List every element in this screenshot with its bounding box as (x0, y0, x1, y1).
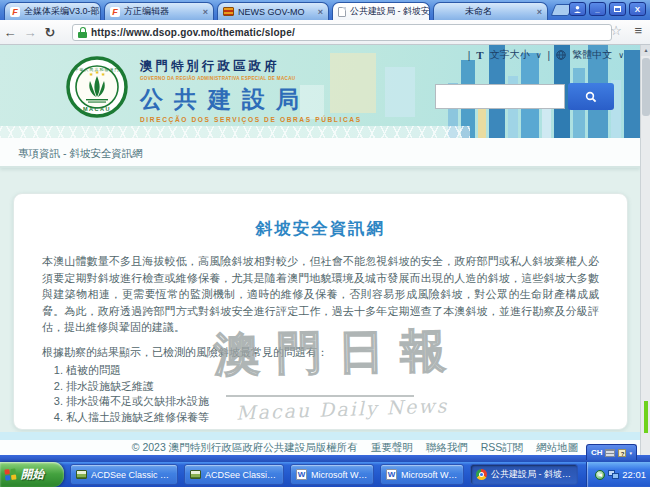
address-bar[interactable]: https://www.dsop.gov.mo/thematic/slope/ (72, 24, 612, 41)
search-icon (585, 91, 597, 103)
taskbar: 開始 ACDSee Classic - MAIL ACDSee Classic … (0, 462, 650, 487)
footer-link-disclaimer[interactable]: 重要聲明 (371, 441, 413, 455)
tab-label: 方正编辑器 (124, 5, 169, 18)
svg-text:★: ★ (95, 69, 100, 75)
screen: F 全媒体采编V3.0-部门 × F 方正编辑器 × NEWS GOV-MO ×… (0, 0, 650, 487)
tray-back-icon[interactable]: ◄ (595, 470, 605, 480)
ime-help-icon[interactable]: ? (618, 449, 626, 457)
system-tray: ◄ 22:01 (586, 462, 650, 487)
tab-label: 公共建設局 - 斜坡安 (350, 5, 430, 18)
content-card: 斜坡安全資訊網 本澳山體數量不多且海拔較低，高風險斜坡相對較少，但社會不能忽視斜… (13, 193, 628, 430)
search-button[interactable] (568, 83, 614, 110)
tab-founder-editor[interactable]: F 方正编辑器 × (104, 2, 214, 20)
paragraph-findings: 根據勘察的結果顯示，已檢測的風險斜坡最常見的問題有： (42, 344, 599, 361)
list-item: 植被的問題 (66, 363, 599, 379)
scrollbar-thumb[interactable] (642, 58, 650, 116)
minimize-button[interactable]: _ (589, 2, 606, 16)
site-header-banner: 中華人民共和國澳門 ★★★ MACAU 澳門特別行政區政府 GOVERNO DA… (0, 45, 640, 138)
founder-icon: F (10, 7, 20, 17)
scroll-up-icon[interactable]: ▲ (641, 45, 650, 56)
bureau-subtitle: DIRECÇÃO DOS SERVIÇOS DE OBRAS PÚBLICAS (140, 116, 362, 123)
gov-subtitle: GOVERNO DA REGIÃO ADMINISTRATIVA ESPECIA… (140, 76, 362, 81)
taskbar-clock[interactable]: 22:01 (622, 469, 646, 480)
tab-label: 未命名 (465, 5, 492, 18)
tab-media-editor[interactable]: F 全媒体采编V3.0-部门 × (4, 2, 101, 20)
word-icon: W (296, 469, 307, 480)
person-icon (573, 5, 582, 14)
search-input[interactable] (435, 84, 565, 109)
footer-link-contact[interactable]: 聯絡我們 (426, 441, 468, 455)
green-highlight-mark (644, 401, 648, 433)
footer-link-rss[interactable]: RSS訂閱 (481, 441, 524, 455)
globe-icon (556, 50, 566, 60)
keyboard-icon[interactable] (605, 449, 615, 457)
tab-untitled[interactable]: 未命名 × (433, 2, 548, 20)
acdsee-icon (76, 470, 87, 479)
tab-close-icon[interactable]: × (537, 7, 542, 17)
svg-text:★: ★ (101, 71, 106, 77)
chrome-icon (476, 469, 487, 480)
taskbar-item-dsop-browser[interactable]: 公共建設局 - 斜坡安... (470, 464, 578, 485)
bureau-title: 公共建設局 (140, 84, 362, 115)
windows-flag-icon (4, 468, 17, 481)
restore-button[interactable] (609, 2, 626, 16)
paragraph-intro: 本澳山體數量不多且海拔較低，高風險斜坡相對較少，但社會不能忽視斜坡的安全，政府部… (42, 253, 599, 336)
ime-language-label[interactable]: CH (591, 448, 603, 457)
browser-toolbar: ← → ↻ https://www.dsop.gov.mo/thematic/s… (0, 20, 650, 45)
bookmark-star-icon[interactable]: ☆ (610, 23, 622, 38)
language-selector[interactable]: 繁體中文 (572, 48, 612, 62)
svg-text:MACAU: MACAU (83, 106, 111, 112)
ime-language-bar[interactable]: CH ? ▾ (586, 444, 637, 460)
back-icon[interactable]: ← (0, 25, 20, 40)
taskbar-item-word-1[interactable]: W Microsoft Word (290, 464, 374, 485)
tab-dsop-slope[interactable]: 公共建設局 - 斜坡安 × (332, 2, 430, 20)
tab-label: NEWS GOV-MO (238, 7, 305, 17)
tab-news-gov-mo[interactable]: NEWS GOV-MO × (217, 2, 329, 20)
list-item: 私人擋土設施缺乏維修保養等 (66, 410, 599, 426)
reload-icon[interactable]: ↻ (40, 25, 60, 40)
site-footer: © 2023 澳門特別行政區政府公共建設局版權所有 重要聲明 聯絡我們 RSS訂… (0, 440, 640, 455)
gov-title: 澳門特別行政區政府 (140, 58, 362, 75)
site-identity: 澳門特別行政區政府 GOVERNO DA REGIÃO ADMINISTRATI… (140, 58, 362, 123)
tab-close-icon[interactable]: × (203, 7, 208, 17)
macau-government-emblem: 中華人民共和國澳門 ★★★ MACAU (66, 56, 128, 118)
breadcrumb: 專項資訊 - 斜坡安全資訊網 (0, 138, 640, 168)
tab-label: 全媒体采编V3.0-部门 (24, 5, 101, 18)
page-icon (338, 7, 346, 17)
divider: | (548, 50, 551, 61)
text-size-control[interactable]: 文字大小 (490, 48, 530, 62)
list-item: 排水設備不足或欠缺排水設施 (66, 394, 599, 410)
banner-decor (385, 67, 415, 117)
chevron-down-icon: ∨ (618, 51, 624, 60)
taskbar-item-acdsee-mail[interactable]: ACDSee Classic - MAIL (70, 464, 178, 485)
tab-close-icon[interactable]: × (318, 7, 323, 17)
breadcrumb-bar: 專項資訊 - 斜坡安全資訊網 (0, 138, 640, 168)
copyright-text: © 2023 澳門特別行政區政府公共建設局版權所有 (132, 441, 358, 455)
divider: | (468, 50, 471, 61)
text-size-icon: T (476, 49, 483, 61)
vertical-scrollbar[interactable]: ▲ (640, 45, 650, 455)
chevron-down-icon: ∨ (536, 51, 542, 60)
footer-accent-strip (0, 432, 640, 440)
page-title: 斜坡安全資訊網 (42, 218, 599, 240)
url-text: https://www.dsop.gov.mo/thematic/slope/ (91, 27, 295, 38)
header-controls: | T 文字大小 ∨ | 繁體中文 ∨ (468, 48, 624, 62)
acdsee-icon (190, 470, 201, 479)
start-button[interactable]: 開始 (0, 462, 64, 487)
browser-tab-strip: F 全媒体采编V3.0-部门 × F 方正编辑器 × NEWS GOV-MO ×… (0, 0, 650, 20)
profile-button[interactable] (569, 2, 586, 16)
ime-options-caret-icon[interactable]: ▾ (629, 450, 632, 456)
close-button[interactable]: X (629, 2, 646, 16)
network-icon[interactable] (608, 470, 619, 479)
restore-icon (614, 6, 621, 12)
start-label: 開始 (21, 467, 44, 482)
news-icon (223, 7, 234, 16)
footer-link-sitemap[interactable]: 網站地圖 (536, 441, 578, 455)
browser-menu-icon[interactable]: ≡ (634, 23, 642, 38)
list-item: 排水設施缺乏維護 (66, 379, 599, 395)
taskbar-item-word-2[interactable]: W Microsoft Word (380, 464, 464, 485)
problem-list: 植被的問題 排水設施缺乏維護 排水設備不足或欠缺排水設施 私人擋土設施缺乏維修保… (66, 363, 599, 425)
taskbar-item-acdsee-z[interactable]: ACDSee Classic - Z:\ (184, 464, 284, 485)
forward-icon[interactable]: → (20, 25, 40, 40)
founder-icon: F (110, 7, 120, 17)
